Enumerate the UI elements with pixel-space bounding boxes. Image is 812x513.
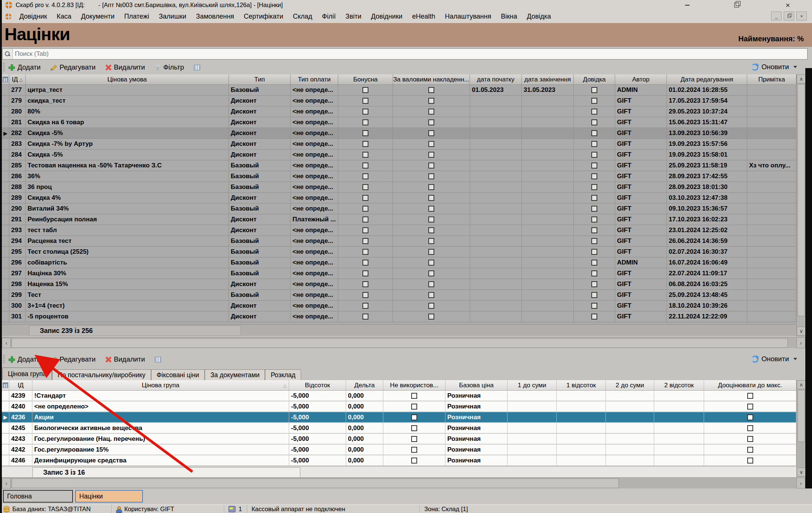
checkbox-unchecked[interactable] bbox=[411, 404, 417, 410]
menu-item-12[interactable]: Налаштування bbox=[440, 13, 496, 20]
filter-button[interactable]: Фільтр bbox=[155, 63, 184, 71]
checkbox-unchecked[interactable] bbox=[591, 173, 597, 179]
column-header-date_start[interactable]: дата початку bbox=[470, 74, 522, 85]
cell-bonus[interactable] bbox=[338, 128, 393, 138]
cell-bonus[interactable] bbox=[338, 301, 393, 311]
cell-ref[interactable] bbox=[574, 96, 615, 106]
table-row-4245[interactable]: 4245Биологически активные вещества-5,000… bbox=[2, 423, 796, 434]
column-header-ref[interactable]: Довідка bbox=[574, 74, 615, 85]
table2-hscroll-thumb[interactable] bbox=[12, 478, 619, 488]
column-header-date_end[interactable]: дата закінчення bbox=[522, 74, 574, 85]
checkbox-unchecked[interactable] bbox=[362, 130, 368, 136]
restore-button[interactable] bbox=[730, 1, 743, 9]
column-header-name[interactable]: Цінова умова bbox=[26, 74, 229, 85]
checkbox-unchecked[interactable] bbox=[428, 195, 434, 201]
checkbox-unchecked[interactable] bbox=[428, 217, 434, 222]
table-row-4236[interactable]: ▶4236Акции-5,0000,000Розничная bbox=[2, 412, 796, 423]
cell-ref[interactable] bbox=[574, 311, 615, 322]
cell-bonus[interactable] bbox=[338, 279, 393, 289]
checkbox-unchecked[interactable] bbox=[591, 163, 597, 169]
table-row-291[interactable]: 291Реинбурсация полнаяДисконтПлатежный .… bbox=[2, 214, 796, 225]
table-row-282[interactable]: ▶282Скидка -5%Дисконт<не опреде...GIFT13… bbox=[2, 128, 796, 139]
checkbox-unchecked[interactable] bbox=[362, 87, 368, 93]
column-header-delta[interactable]: Дельта bbox=[346, 380, 383, 391]
cell-ref[interactable] bbox=[574, 128, 615, 138]
table-row-295[interactable]: 295Тест столица (2525)Базовый<не опреде.… bbox=[2, 247, 796, 257]
checkbox-unchecked[interactable] bbox=[591, 314, 597, 320]
task-tab-main[interactable]: Головна bbox=[3, 490, 73, 503]
cell-ref[interactable] bbox=[574, 257, 615, 268]
checkbox-unchecked[interactable] bbox=[428, 184, 434, 190]
table-row-4242[interactable]: 4242Гос.регулирование 15%-5,0000,000Розн… bbox=[2, 445, 796, 455]
cell-gross[interactable] bbox=[393, 85, 470, 95]
cell-gross[interactable] bbox=[393, 257, 470, 268]
table-row-284[interactable]: 284Скидка -5%Дисконт<не опреде...GIFT19.… bbox=[2, 150, 796, 160]
column-header-id[interactable]: ІД bbox=[9, 380, 32, 391]
checkbox-unchecked[interactable] bbox=[428, 227, 434, 233]
search-input[interactable] bbox=[13, 50, 807, 58]
cell-bonus[interactable] bbox=[338, 150, 393, 160]
cell-ref[interactable] bbox=[574, 85, 615, 95]
checkbox-unchecked[interactable] bbox=[428, 206, 434, 212]
cell-bonus[interactable] bbox=[338, 85, 393, 95]
cell-gross[interactable] bbox=[393, 171, 470, 182]
checkbox-unchecked[interactable] bbox=[362, 141, 368, 147]
cell-ref[interactable] bbox=[574, 225, 615, 235]
cell-gross[interactable] bbox=[393, 139, 470, 149]
detail-tab-4[interactable]: Розклад bbox=[265, 369, 301, 380]
cell-ref[interactable] bbox=[574, 290, 615, 300]
checkbox-unchecked[interactable] bbox=[428, 281, 434, 287]
checkbox-unchecked[interactable] bbox=[591, 206, 597, 212]
checkbox-unchecked[interactable] bbox=[591, 292, 597, 298]
table-row-300[interactable]: 3003+1=4 (тест)Дисконт<не опреде...GIFT1… bbox=[2, 301, 796, 311]
column-header-base[interactable]: Базова ціна bbox=[445, 380, 508, 391]
cell-ref[interactable] bbox=[574, 106, 615, 117]
checkbox-unchecked[interactable] bbox=[411, 414, 417, 420]
cell-bonus[interactable] bbox=[338, 257, 393, 268]
detail-tab-0[interactable]: Цінова група bbox=[2, 368, 52, 380]
cell-gross[interactable] bbox=[393, 236, 470, 246]
checkbox-unchecked[interactable] bbox=[428, 87, 434, 93]
cell-gross[interactable] bbox=[393, 268, 470, 279]
cell-not_used[interactable] bbox=[383, 455, 445, 465]
cell-bonus[interactable] bbox=[338, 96, 393, 106]
cell-ref[interactable] bbox=[574, 301, 615, 311]
table-row-4239[interactable]: 4239!Стандарт-5,0000,000Розничная bbox=[2, 391, 796, 401]
close-button[interactable]: × bbox=[781, 1, 794, 9]
checkbox-unchecked[interactable] bbox=[428, 152, 434, 158]
checkbox-unchecked[interactable] bbox=[362, 206, 368, 212]
cell-bonus[interactable] bbox=[338, 225, 393, 235]
cell-not_used[interactable] bbox=[383, 434, 445, 444]
menu-item-4[interactable]: Залишки bbox=[154, 13, 191, 20]
detail-tab-1[interactable]: По постачальнику/виробнику bbox=[52, 369, 151, 380]
column-header-percent[interactable]: Відсоток bbox=[289, 380, 346, 391]
delete-button-top[interactable]: Видалити bbox=[105, 63, 145, 71]
cell-bonus[interactable] bbox=[338, 214, 393, 225]
table1-hscroll-thumb[interactable] bbox=[12, 338, 788, 348]
cell-reprice_max[interactable] bbox=[704, 401, 796, 411]
cell-not_used[interactable] bbox=[383, 412, 445, 422]
checkbox-unchecked[interactable] bbox=[747, 393, 753, 399]
cell-reprice_max[interactable] bbox=[704, 455, 796, 465]
column-header-edited[interactable]: Дата редагування bbox=[667, 74, 747, 85]
cell-ref[interactable] bbox=[574, 203, 615, 214]
column-header-pct1[interactable]: 1 відсоток bbox=[557, 380, 606, 391]
cell-ref[interactable] bbox=[574, 236, 615, 246]
cell-bonus[interactable] bbox=[338, 182, 393, 192]
cell-reprice_max[interactable] bbox=[704, 412, 796, 422]
cell-ref[interactable] bbox=[574, 171, 615, 182]
cell-bonus[interactable] bbox=[338, 171, 393, 182]
cell-bonus[interactable] bbox=[338, 268, 393, 279]
cell-gross[interactable] bbox=[393, 96, 470, 106]
checkbox-unchecked[interactable] bbox=[362, 217, 368, 222]
table-row-279[interactable]: 279скидка_тестДисконт<не опреде...GIFT17… bbox=[2, 96, 796, 106]
menu-item-1[interactable]: Каса bbox=[52, 13, 76, 20]
menu-item-14[interactable]: Довідка bbox=[522, 13, 556, 20]
checkbox-unchecked[interactable] bbox=[591, 152, 597, 158]
mdi-minimize-button[interactable]: _ bbox=[771, 12, 781, 20]
checkbox-unchecked[interactable] bbox=[362, 184, 368, 190]
column-header-id[interactable]: ІД△ bbox=[9, 74, 26, 85]
checkbox-unchecked[interactable] bbox=[591, 184, 597, 190]
checkbox-unchecked[interactable] bbox=[428, 270, 434, 276]
cell-gross[interactable] bbox=[393, 150, 470, 160]
